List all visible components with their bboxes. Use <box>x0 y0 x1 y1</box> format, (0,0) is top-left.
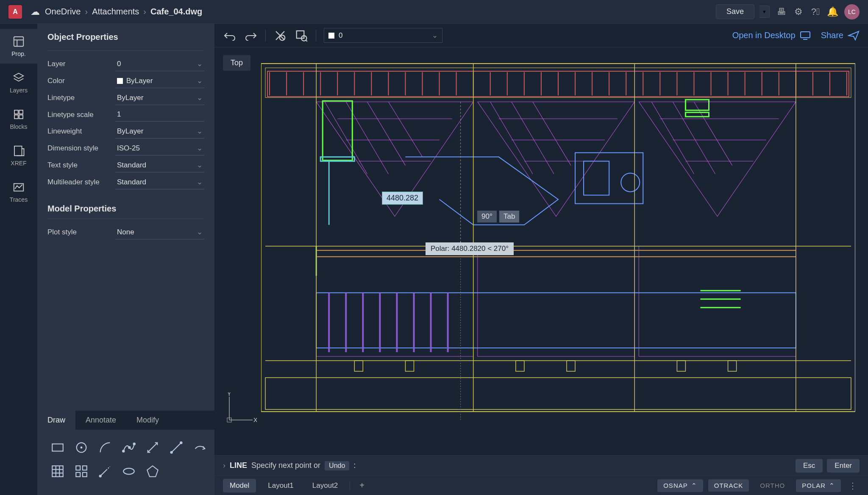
prop-input-mleaderstyle[interactable]: Standard⌄ <box>115 175 204 189</box>
tool-arc[interactable] <box>95 437 115 458</box>
toggle-otrack[interactable]: OTRACK <box>708 479 749 492</box>
prop-input-layer[interactable]: 0⌄ <box>115 57 204 71</box>
svg-point-31 <box>100 475 101 477</box>
prop-input-plotstyle[interactable]: None⌄ <box>115 225 204 239</box>
save-dropdown-button[interactable]: ▾ <box>760 6 770 18</box>
rail-label: Prop. <box>11 50 25 57</box>
avatar[interactable]: LC <box>844 4 860 19</box>
tab-annotate[interactable]: Annotate <box>75 411 126 430</box>
prop-input-color[interactable]: ByLayer⌄ <box>115 74 204 88</box>
prop-label-mleaderstyle: Multileader style <box>47 178 115 186</box>
tool-hatch[interactable] <box>47 461 68 481</box>
layer-dropdown[interactable]: 0 ⌄ <box>324 28 442 43</box>
tool-polyline[interactable] <box>142 437 163 458</box>
zoom-extents-icon[interactable] <box>273 29 287 42</box>
chevron-right-icon: › <box>143 7 146 17</box>
save-button[interactable]: Save <box>716 4 754 19</box>
breadcrumb-root[interactable]: OneDrive <box>45 7 81 17</box>
tab-key-hint: Tab <box>499 211 519 222</box>
rail-layers[interactable]: Layers <box>0 65 37 100</box>
tool-line[interactable] <box>166 437 186 458</box>
svg-rect-25 <box>76 466 80 470</box>
svg-line-39 <box>306 40 307 42</box>
svg-rect-106 <box>685 100 709 110</box>
rail-xref[interactable]: XREF <box>0 138 37 173</box>
gear-icon[interactable]: ⚙ <box>793 7 804 17</box>
tool-ray[interactable] <box>95 461 115 481</box>
svg-point-14 <box>128 447 130 448</box>
svg-rect-105 <box>323 101 352 160</box>
breadcrumb: OneDrive › Attachments › Cafe_04.dwg <box>45 7 202 17</box>
svg-rect-5 <box>19 110 23 114</box>
prop-input-linetype-scale[interactable]: 1 <box>115 108 204 122</box>
open-in-desktop-button[interactable]: Open in Desktop <box>732 31 811 40</box>
toggle-ortho[interactable]: ORTHO <box>754 479 791 492</box>
rail-traces[interactable]: Traces <box>0 175 37 209</box>
prop-input-textstyle[interactable]: Standard⌄ <box>115 158 204 172</box>
svg-line-98 <box>694 102 732 165</box>
help-icon[interactable]: ?⃝ <box>810 7 821 17</box>
breadcrumb-file[interactable]: Cafe_04.dwg <box>150 7 202 17</box>
undo-icon[interactable] <box>223 29 236 42</box>
prop-label-lineweight: Lineweight <box>47 127 115 136</box>
command-colon: : <box>353 461 356 470</box>
layout-tab-model[interactable]: Model <box>223 479 256 492</box>
tool-polygon[interactable] <box>142 461 163 481</box>
tool-rectangle[interactable] <box>47 437 68 458</box>
svg-rect-102 <box>316 246 473 356</box>
zoom-window-icon[interactable] <box>295 29 308 42</box>
prop-input-linetype[interactable]: ByLayer⌄ <box>115 91 204 105</box>
app-logo[interactable]: A <box>8 5 22 19</box>
prop-label-linetype-scale: Linetype scale <box>47 111 115 119</box>
svg-line-86 <box>388 102 422 157</box>
canvas-toolbar: 0 ⌄ Open in Desktop Share <box>214 24 868 47</box>
tool-circle[interactable] <box>71 437 92 458</box>
redo-icon[interactable] <box>244 29 258 42</box>
esc-button[interactable]: Esc <box>796 459 823 473</box>
chevron-up-icon: ⌃ <box>691 482 697 489</box>
view-orientation-badge[interactable]: Top <box>223 55 250 71</box>
tool-array[interactable] <box>71 461 92 481</box>
svg-point-13 <box>122 450 124 452</box>
print-icon[interactable]: 🖶 <box>776 7 787 17</box>
svg-marker-33 <box>147 466 158 477</box>
chevron-down-icon: ⌄ <box>197 59 203 68</box>
tool-ellipse[interactable] <box>119 461 139 481</box>
tool-tabs: Draw Annotate Modify <box>37 411 214 430</box>
svg-rect-135 <box>516 361 524 371</box>
enter-button[interactable]: Enter <box>827 459 860 473</box>
command-caret-icon: › <box>223 461 225 470</box>
tab-modify[interactable]: Modify <box>126 411 169 430</box>
toggle-polar[interactable]: POLAR⌃ <box>796 479 841 492</box>
bell-icon[interactable]: 🔔 <box>827 7 837 17</box>
tab-draw[interactable]: Draw <box>37 411 75 430</box>
svg-text:Y: Y <box>227 392 231 397</box>
status-bar: Model Layout1 Layout2 + OSNAP⌃ OTRACK OR… <box>214 476 868 495</box>
rail-blocks[interactable]: Blocks <box>0 102 37 136</box>
rail-label: Traces <box>10 196 28 203</box>
more-options-icon[interactable]: ⋮ <box>846 481 860 491</box>
layout-tab-1[interactable]: Layout1 <box>261 479 300 492</box>
prop-input-dimstyle[interactable]: ISO-25⌄ <box>115 141 204 156</box>
svg-rect-116 <box>316 293 796 348</box>
layout-tab-2[interactable]: Layout2 <box>306 479 345 492</box>
rail-label: Blocks <box>10 123 27 130</box>
tool-spline[interactable] <box>119 437 139 458</box>
tool-revcloud[interactable] <box>190 437 210 458</box>
svg-rect-0 <box>14 37 24 47</box>
toggle-osnap[interactable]: OSNAP⌃ <box>657 479 703 492</box>
add-layout-button[interactable]: + <box>355 481 369 490</box>
command-line[interactable]: › LINE Specify next point or Undo : Esc … <box>214 455 868 476</box>
drawing-viewport[interactable]: Top <box>214 47 868 455</box>
prop-input-lineweight[interactable]: ByLayer⌄ <box>115 124 204 139</box>
chevron-down-icon: ⌄ <box>197 178 203 186</box>
prop-label-linetype: Linetype <box>47 94 115 102</box>
rail-properties[interactable]: Prop. <box>0 29 37 64</box>
breadcrumb-folder[interactable]: Attachments <box>92 7 139 17</box>
share-button[interactable]: Share <box>821 31 860 41</box>
divider <box>47 50 204 51</box>
dimension-input[interactable]: 4480.282 <box>382 192 423 205</box>
svg-rect-42 <box>261 64 855 412</box>
command-undo-option[interactable]: Undo <box>325 461 349 470</box>
model-properties-heading: Model Properties <box>47 204 204 214</box>
